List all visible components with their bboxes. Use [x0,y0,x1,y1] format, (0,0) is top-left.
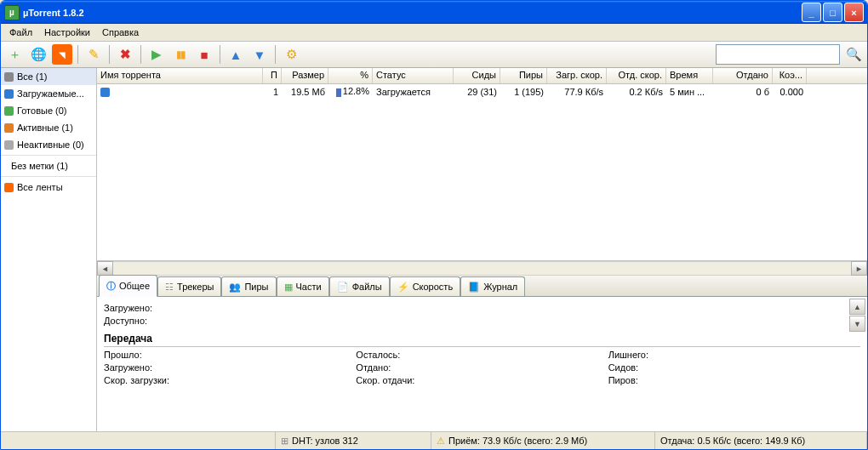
app-icon: µ [4,5,20,20]
menu-settings[interactable]: Настройки [39,26,95,39]
menu-file[interactable]: Файл [4,26,37,39]
preferences-icon[interactable]: ⚙ [281,44,301,65]
detail-scroll-down-icon[interactable]: ▼ [849,316,865,332]
col-header[interactable]: Сиды [454,68,500,83]
info-icon: ⓘ [106,280,116,293]
downloaded-label: Загружено: [104,362,356,373]
tab-general[interactable]: ⓘОбщее [99,275,157,297]
elapsed-label: Прошло: [104,350,356,360]
network-icon: ⊞ [281,436,288,447]
toolbar: ＋ 🌐 ◥ ✎ ✖ ▶ ▮▮ ■ ▲ ▼ ⚙ 🔍 [1,42,867,68]
cell: 29 (31) [454,87,500,97]
rss-feed-icon [4,183,14,192]
col-header[interactable]: П [263,68,282,83]
col-header[interactable]: % [328,68,373,83]
inactive-icon [4,140,14,150]
warning-icon: ⚠ [437,436,445,447]
progress-bar [336,88,341,97]
speed-icon: ⚡ [397,282,409,293]
sidebar-item-completed[interactable]: Готовые (0) [1,102,96,119]
dlspeed-label: Скор. загрузки: [104,375,356,385]
horizontal-scrollbar[interactable]: ◄ ► [97,260,867,276]
sidebar: Все (1) Загружаемые... Готовые (0) Актив… [1,68,97,431]
detail-scroll-up-icon[interactable]: ▲ [849,299,865,315]
cell [97,86,263,97]
statusbar: ⊞DHT: узлов 312 ⚠Приём: 73.9 Кб/с (всего… [1,431,867,449]
available-label: Доступно: [104,316,860,326]
maximize-button[interactable]: □ [823,3,842,22]
cell: 1 [263,87,282,97]
sidebar-item-inactive[interactable]: Неактивные (0) [1,136,96,153]
scroll-left-icon[interactable]: ◄ [97,261,113,276]
tab-pieces[interactable]: ▦Части [277,276,329,296]
pause-icon[interactable]: ▮▮ [170,44,191,65]
status-upload[interactable]: Отдача: 0.5 Кб/с (всего: 149.9 Кб) [655,432,867,449]
status-download[interactable]: ⚠Приём: 73.9 Кб/с (всего: 2.9 Мб) [431,432,655,449]
cell: 0.2 Кб/s [607,87,666,97]
titlebar[interactable]: µ µTorrent 1.8.2 _ □ × [1,1,867,24]
torrent-list[interactable]: 119.5 Мб12.8%Загружается29 (31)1 (195)77… [97,84,867,260]
window-title: µTorrent 1.8.2 [23,8,802,18]
move-up-icon[interactable]: ▲ [226,44,246,65]
scroll-right-icon[interactable]: ► [851,261,867,276]
col-header[interactable]: Размер [282,68,328,83]
downloading-icon [100,88,110,97]
log-icon: 📘 [468,282,480,293]
status-dht[interactable]: ⊞DHT: узлов 312 [276,432,431,449]
remaining-label: Осталось: [356,350,608,360]
remove-icon[interactable]: ✖ [115,44,135,65]
tab-log[interactable]: 📘Журнал [460,276,525,296]
cell: 5 мин ... [666,87,713,97]
add-url-icon[interactable]: 🌐 [28,44,49,65]
seeds-label: Сидов: [608,362,860,373]
cell: Загружается [373,87,454,97]
peers-label: Пиров: [608,375,860,385]
col-header[interactable]: Имя торрента [97,68,263,83]
search-icon[interactable]: 🔍 [843,44,864,65]
col-header[interactable]: Отдано [713,68,773,83]
col-header[interactable]: Статус [373,68,454,83]
tab-speed[interactable]: ⚡Скорость [390,276,461,296]
sidebar-item-active[interactable]: Активные (1) [1,119,96,136]
col-header[interactable]: Пиры [500,68,547,83]
sidebar-item-downloading[interactable]: Загружаемые... [1,85,96,102]
peers-icon: 👥 [229,282,241,293]
uploaded-label: Отдано: [356,362,608,373]
start-icon[interactable]: ▶ [146,44,167,65]
menu-help[interactable]: Справка [97,26,144,39]
col-header[interactable]: Коэ... [773,68,807,83]
menubar: Файл Настройки Справка [1,24,867,42]
active-icon [4,123,14,133]
tab-files[interactable]: 📄Файлы [329,276,390,296]
done-icon [4,106,14,116]
col-header[interactable]: Время [666,68,713,83]
ulspeed-label: Скор. отдачи: [356,375,608,385]
cell: 77.9 Кб/s [547,87,607,97]
tab-peers[interactable]: 👥Пиры [221,276,276,296]
cell: 12.8% [328,86,373,96]
col-header[interactable]: Загр. скор. [547,68,607,83]
all-icon [4,72,14,82]
wasted-label: Лишнего: [608,350,860,360]
torrent-row[interactable]: 119.5 Мб12.8%Загружается29 (31)1 (195)77… [97,84,867,99]
files-icon: 📄 [337,282,349,293]
cell: 0 б [713,87,773,97]
cell: 1 (195) [500,87,547,97]
detail-panel: ▲ ▼ Загружено: Доступно: Передача Прошло… [97,297,867,431]
move-down-icon[interactable]: ▼ [249,44,270,65]
transfer-title: Передача [104,333,860,347]
trackers-icon: ☷ [165,282,174,293]
cell: 0.000 [773,87,807,97]
tab-trackers[interactable]: ☷Трекеры [157,276,221,296]
close-button[interactable]: × [844,3,864,22]
sidebar-item-all[interactable]: Все (1) [1,68,96,85]
search-input[interactable] [716,44,840,65]
col-header[interactable]: Отд. скор. [607,68,666,83]
rss-icon[interactable]: ◥ [52,44,72,65]
add-torrent-icon[interactable]: ＋ [4,44,25,65]
stop-icon[interactable]: ■ [194,44,214,65]
sidebar-item-feeds[interactable]: Все ленты [1,179,96,196]
create-torrent-icon[interactable]: ✎ [83,44,104,65]
sidebar-item-nolabel[interactable]: Без метки (1) [1,157,96,174]
minimize-button[interactable]: _ [802,3,821,22]
